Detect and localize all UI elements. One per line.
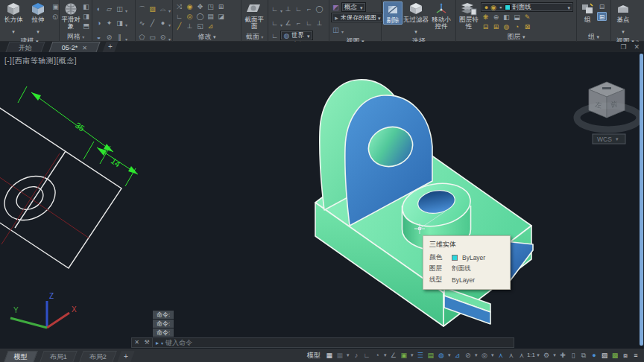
annotation-scale-value[interactable]: 1:1 bbox=[527, 349, 535, 361]
layer-merge-icon[interactable] bbox=[523, 22, 532, 31]
restore-window-icon[interactable]: ❐ bbox=[620, 42, 626, 52]
viewport-menu-control[interactable]: [-] bbox=[4, 57, 12, 65]
layer-dropdown[interactable]: 剖面线 bbox=[481, 2, 573, 12]
viewport-visual-style-control[interactable]: [概念] bbox=[56, 57, 77, 65]
clean-screen-icon[interactable] bbox=[620, 349, 631, 361]
layout-tab-model[interactable]: 模型 bbox=[4, 351, 37, 362]
chevron-down-icon[interactable] bbox=[473, 349, 479, 361]
annotation-visibility-icon[interactable] bbox=[496, 349, 506, 361]
ucs-world-icon[interactable] bbox=[270, 31, 280, 40]
tab-drawing[interactable]: 05-2*✕ bbox=[48, 42, 100, 52]
layer-properties-button[interactable]: 图层特性 bbox=[458, 1, 480, 30]
move-gizmo-button[interactable]: 移动小控件 bbox=[429, 1, 453, 30]
ucs-icon[interactable] bbox=[270, 4, 280, 13]
osnap-tracking-icon[interactable] bbox=[399, 349, 409, 361]
chevron-down-icon[interactable] bbox=[552, 349, 558, 361]
units-icon[interactable] bbox=[568, 349, 578, 361]
line-icon[interactable] bbox=[148, 19, 157, 28]
dynamic-input-icon[interactable] bbox=[362, 349, 372, 361]
mesh-crease-icon[interactable] bbox=[81, 22, 91, 31]
lineweight-icon[interactable] bbox=[426, 349, 436, 361]
command-line-grip[interactable]: ✕ ⚒ bbox=[131, 337, 153, 348]
vertical-scrollbar[interactable] bbox=[640, 54, 643, 346]
ungroup-icon[interactable] bbox=[597, 2, 607, 11]
no-filter-button[interactable]: 无过滤器 bbox=[403, 1, 429, 36]
isodraft-icon[interactable] bbox=[388, 349, 399, 361]
fillet-edge-icon[interactable] bbox=[115, 4, 124, 13]
smooth-object-button[interactable]: 平滑对象 bbox=[61, 1, 80, 30]
panel-label-groups[interactable]: 组 bbox=[577, 32, 610, 42]
chevron-down-icon[interactable] bbox=[345, 349, 351, 361]
slice-icon[interactable] bbox=[104, 4, 114, 13]
infer-constraints-icon[interactable] bbox=[351, 349, 362, 361]
hardware-acceleration-icon[interactable] bbox=[610, 349, 620, 361]
chevron-down-icon[interactable] bbox=[382, 349, 388, 361]
ucs-dropdown[interactable]: 世界 bbox=[280, 31, 313, 40]
copy-icon[interactable] bbox=[195, 22, 205, 31]
mesh-box-icon[interactable] bbox=[81, 2, 91, 11]
named-view-dropdown[interactable]: 未保存的视图 bbox=[331, 13, 384, 22]
taper-face-icon[interactable] bbox=[115, 19, 124, 28]
layer-freeze-icon[interactable] bbox=[512, 13, 522, 22]
layer-prev-icon[interactable] bbox=[491, 13, 501, 22]
dynamic-ucs-icon[interactable] bbox=[452, 349, 463, 361]
layer-current-icon[interactable] bbox=[523, 13, 532, 22]
layer-unisolate-icon[interactable] bbox=[491, 22, 501, 31]
section-plane-button[interactable]: 截面平面 bbox=[243, 1, 265, 30]
snap-mode-icon[interactable] bbox=[335, 349, 345, 361]
circle-modify-icon[interactable] bbox=[195, 12, 205, 21]
rectangle-icon[interactable] bbox=[148, 33, 157, 42]
interfere-icon[interactable] bbox=[104, 19, 114, 28]
layer-walk-icon[interactable] bbox=[512, 22, 522, 31]
subtract-icon[interactable] bbox=[94, 19, 104, 28]
grid-icon[interactable] bbox=[324, 349, 335, 361]
box-button[interactable]: 长方体 bbox=[1, 1, 25, 36]
new-layout-button[interactable]: + bbox=[117, 351, 134, 362]
stretch-icon[interactable] bbox=[195, 2, 205, 11]
3d-osnap-icon[interactable] bbox=[436, 349, 446, 361]
layout-tab-layout1[interactable]: 布局1 bbox=[40, 351, 77, 362]
wcs-dropdown[interactable]: WCS ▾ bbox=[593, 134, 625, 144]
mesh-refine-icon[interactable] bbox=[81, 12, 91, 21]
ucs-zaxis-icon[interactable] bbox=[294, 19, 303, 28]
close-window-icon[interactable]: ✕ bbox=[634, 42, 640, 52]
array-icon[interactable] bbox=[216, 2, 226, 11]
spline-icon[interactable] bbox=[137, 19, 147, 28]
culling-button[interactable]: 剔除 bbox=[383, 1, 402, 25]
gizmo-icon[interactable] bbox=[479, 349, 490, 361]
customization-icon[interactable] bbox=[631, 349, 641, 361]
visual-style-dropdown[interactable]: 概念 bbox=[341, 2, 366, 12]
command-input[interactable]: ▸ ▾ 键入命令 bbox=[153, 337, 514, 348]
isolate-objects-icon[interactable] bbox=[589, 349, 599, 361]
polygon-icon[interactable] bbox=[137, 33, 147, 42]
intersect-icon[interactable] bbox=[94, 33, 104, 42]
ucs-z-icon[interactable] bbox=[283, 19, 293, 28]
new-tab-button[interactable]: + bbox=[103, 42, 119, 52]
union-icon[interactable] bbox=[94, 4, 104, 13]
customize-command-icon[interactable]: ⚒ bbox=[145, 338, 150, 347]
extrude-button[interactable]: 拉伸 bbox=[26, 1, 50, 36]
drawing-canvas[interactable]: 35 14 bbox=[0, 52, 644, 349]
ucs-face-icon[interactable] bbox=[283, 4, 293, 13]
polyline-icon[interactable] bbox=[137, 4, 147, 13]
chamfer-icon[interactable] bbox=[206, 22, 215, 31]
annotation-scale-icon[interactable] bbox=[517, 349, 527, 361]
group-edit-icon[interactable] bbox=[597, 12, 607, 21]
chevron-down-icon[interactable] bbox=[409, 349, 415, 361]
tab-start[interactable]: 开始 bbox=[5, 42, 45, 52]
object-snap-icon[interactable] bbox=[415, 349, 426, 361]
quick-properties-icon[interactable] bbox=[578, 349, 589, 361]
polar-tracking-icon[interactable] bbox=[372, 349, 382, 361]
layer-match-icon[interactable] bbox=[481, 13, 490, 22]
panel-label-section[interactable]: 截面 bbox=[242, 32, 268, 42]
chevron-down-icon[interactable] bbox=[490, 349, 496, 361]
move-icon[interactable] bbox=[174, 2, 184, 11]
ucs-view-icon[interactable] bbox=[304, 4, 314, 13]
workspace-switching-icon[interactable] bbox=[541, 349, 552, 361]
layer-lock2-icon[interactable] bbox=[502, 22, 511, 31]
annotation-monitor-icon[interactable] bbox=[558, 349, 568, 361]
ucs-object-icon[interactable] bbox=[294, 4, 303, 13]
offset-icon[interactable] bbox=[185, 12, 195, 21]
chevron-down-icon[interactable] bbox=[535, 349, 541, 361]
panel-label-mesh[interactable]: 网格 bbox=[60, 32, 92, 42]
